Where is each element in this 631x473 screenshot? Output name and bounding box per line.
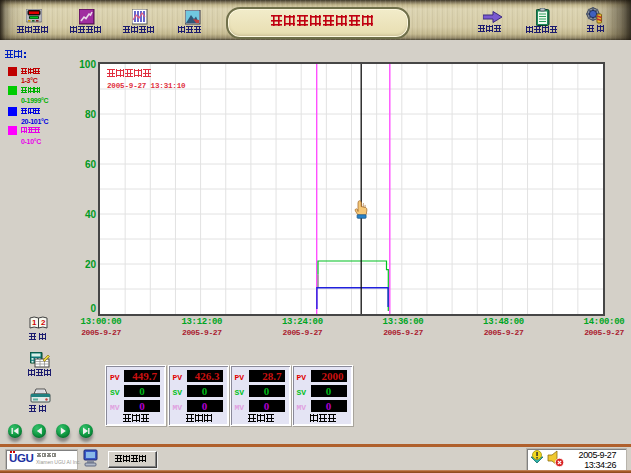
svg-text:2: 2 (41, 318, 46, 327)
svg-text:1: 1 (32, 318, 37, 327)
